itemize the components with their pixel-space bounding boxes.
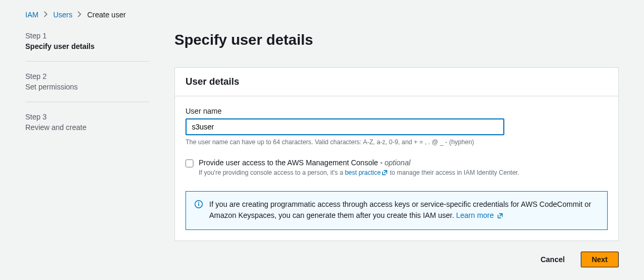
console-access-checkbox[interactable] [186,159,193,167]
username-input[interactable] [186,118,504,135]
step-3[interactable]: Step 3 Review and create [25,113,149,142]
step-title: Set permissions [25,83,149,91]
next-button[interactable]: Next [581,252,619,267]
external-link-icon [497,211,503,222]
best-practice-link[interactable]: best practice [345,169,388,176]
step-title: Review and create [25,123,149,132]
info-icon [194,200,203,212]
external-link-icon [382,169,388,178]
step-number: Step 3 [25,113,149,121]
learn-more-link[interactable]: Learn more [456,211,503,219]
step-2[interactable]: Step 2 Set permissions [25,72,149,102]
console-access-label: Provide user access to the AWS Managemen… [199,158,519,167]
username-label: User name [186,107,608,115]
cancel-button[interactable]: Cancel [530,252,575,267]
panel-header: User details [186,76,608,87]
user-details-panel: User details User name The user name can… [174,67,619,241]
step-number: Step 1 [25,32,149,40]
svg-rect-2 [198,204,199,206]
username-hint: The user name can have up to 64 characte… [186,138,608,146]
page-title: Specify user details [174,32,619,48]
chevron-right-icon [77,11,82,19]
console-access-description: If you're providing console access to a … [199,168,519,178]
info-box: If you are creating programmatic access … [186,191,608,230]
breadcrumb-iam[interactable]: IAM [25,11,38,19]
step-number: Step 2 [25,72,149,81]
chevron-right-icon [44,11,48,19]
svg-point-1 [198,202,199,203]
info-text: If you are creating programmatic access … [209,200,591,219]
wizard-steps-sidebar: Step 1 Specify user details Step 2 Set p… [25,32,149,267]
step-1[interactable]: Step 1 Specify user details [25,32,149,62]
breadcrumb: IAM Users Create user [25,11,619,19]
breadcrumb-current: Create user [87,11,125,19]
step-title: Specify user details [25,42,149,51]
breadcrumb-users[interactable]: Users [53,11,73,19]
wizard-actions: Cancel Next [174,252,619,267]
